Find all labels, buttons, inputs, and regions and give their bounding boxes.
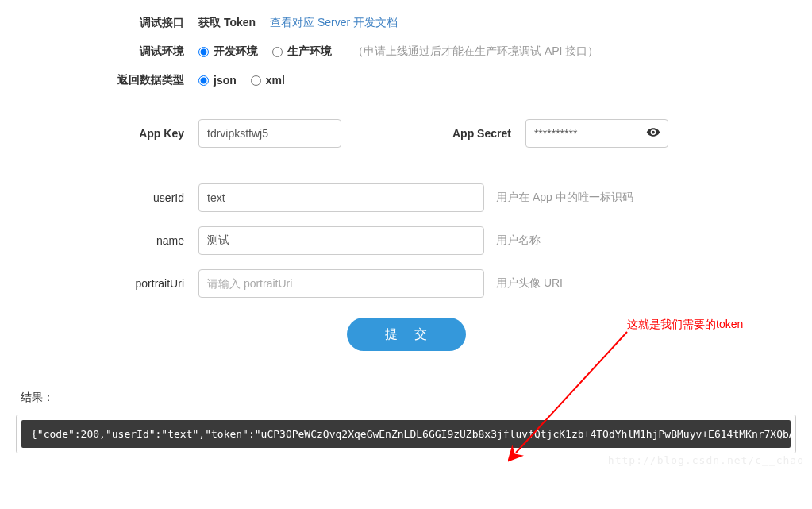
- api-doc-link[interactable]: 查看对应 Server 开发文档: [270, 16, 398, 30]
- radio-json-label: json: [214, 74, 237, 87]
- radio-dev-env[interactable]: [198, 47, 209, 57]
- submit-button[interactable]: 提 交: [347, 318, 466, 351]
- result-box: {"code":200,"userId":"text","token":"uCP…: [16, 415, 796, 453]
- row-userid: userId 用户在 App 中的唯一标识码: [16, 183, 796, 212]
- row-name: name 用户名称: [16, 226, 796, 255]
- input-appkey[interactable]: [198, 119, 341, 148]
- watermark: http://blog.csdn.net/c__chao: [608, 454, 804, 466]
- label-api: 调试接口: [16, 16, 198, 30]
- radio-prod-env[interactable]: [272, 47, 283, 57]
- desc-userid: 用户在 App 中的唯一标识码: [496, 191, 796, 205]
- input-portrait[interactable]: [198, 269, 484, 298]
- row-datatype: 返回数据类型 json xml: [16, 73, 796, 87]
- row-env: 调试环境 开发环境 生产环境 （申请上线通过后才能在生产环境调试 API 接口）: [16, 44, 796, 59]
- label-appsecret: App Secret: [452, 127, 511, 140]
- radio-xml[interactable]: [251, 75, 261, 86]
- input-name[interactable]: [198, 226, 484, 255]
- radio-prod-env-label: 生产环境: [287, 44, 332, 59]
- radio-json[interactable]: [198, 75, 209, 86]
- row-portrait: portraitUri 用户头像 URI: [16, 269, 796, 298]
- label-datatype: 返回数据类型: [16, 73, 198, 87]
- radio-xml-label: xml: [266, 74, 285, 87]
- label-portrait: portraitUri: [16, 277, 198, 290]
- env-hint: （申请上线通过后才能在生产环境调试 API 接口）: [352, 44, 598, 59]
- row-api: 调试接口 获取 Token 查看对应 Server 开发文档: [16, 16, 796, 30]
- result-label: 结果：: [21, 391, 812, 405]
- label-name: name: [16, 234, 198, 247]
- label-appkey: App Key: [16, 127, 198, 140]
- result-json: {"code":200,"userId":"text","token":"uCP…: [21, 420, 791, 448]
- label-userid: userId: [16, 191, 198, 204]
- row-appkeys: App Key App Secret: [16, 119, 796, 148]
- annotation-text: 这就是我们需要的token: [627, 318, 743, 332]
- api-value: 获取 Token: [198, 16, 256, 30]
- desc-portrait: 用户头像 URI: [496, 276, 796, 291]
- label-env: 调试环境: [16, 44, 198, 59]
- eye-icon[interactable]: [646, 125, 660, 142]
- input-userid[interactable]: [198, 183, 484, 212]
- desc-name: 用户名称: [496, 233, 796, 248]
- radio-dev-env-label: 开发环境: [214, 44, 258, 59]
